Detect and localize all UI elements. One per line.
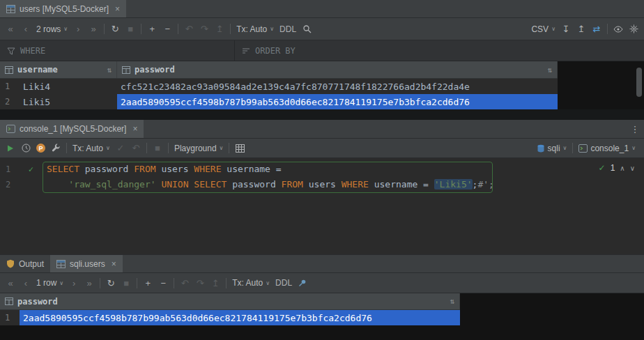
console-icon xyxy=(578,144,588,153)
delete-row-button[interactable]: − xyxy=(158,276,168,290)
add-row-button[interactable]: + xyxy=(143,276,153,290)
database-dropdown[interactable]: sqli ∨ xyxy=(537,144,567,153)
column-header-password[interactable]: password ⇅ xyxy=(117,61,558,78)
last-page-button[interactable]: » xyxy=(84,276,94,290)
line-number: 2 xyxy=(6,180,10,190)
delete-row-button[interactable]: − xyxy=(162,22,172,36)
navigate-down-icon[interactable]: ∨ xyxy=(630,164,635,172)
redo-button[interactable]: ↷ xyxy=(199,22,209,36)
results-tab-bar: Output sqli.users × xyxy=(0,254,644,273)
sort-icon[interactable]: ⇅ xyxy=(547,65,552,75)
toolbar-separator xyxy=(229,143,229,153)
previous-page-button[interactable]: ‹ xyxy=(21,22,31,36)
last-page-button[interactable]: » xyxy=(89,22,98,36)
refresh-button[interactable]: ↻ xyxy=(106,276,116,290)
users-grid: username ⇅ password ⇅ 1 Liki4 cfc521c234… xyxy=(0,61,644,109)
previous-page-button[interactable]: ‹ xyxy=(21,276,31,290)
tx-mode-label: Tx: Auto xyxy=(236,24,267,34)
tab-label: console_1 [MySQL5-Docker] xyxy=(20,124,126,134)
submit-button[interactable]: ↥ xyxy=(210,276,220,290)
line-number-gutter[interactable]: 2 xyxy=(0,177,40,192)
run-button[interactable] xyxy=(6,141,15,155)
close-icon[interactable]: × xyxy=(115,4,120,14)
column-header-username[interactable]: username ⇅ xyxy=(0,61,117,78)
tx-mode-dropdown[interactable]: Tx: Auto ∨ xyxy=(72,144,110,153)
eye-icon[interactable] xyxy=(613,22,623,36)
undo-button[interactable]: ↶ xyxy=(180,276,190,290)
refresh-button[interactable]: ↻ xyxy=(110,22,120,36)
chevron-down-icon: ∨ xyxy=(563,145,567,151)
cell-password-selected[interactable]: 2aad5890595ccf4598b787b99ab563d0d66ec821… xyxy=(117,94,558,109)
playground-dropdown[interactable]: Playground ∨ xyxy=(174,144,224,153)
first-page-button[interactable]: « xyxy=(6,276,15,290)
rollback-button[interactable]: ↶ xyxy=(131,141,141,155)
filter-bar: WHERE ORDER BY xyxy=(0,40,644,61)
search-icon[interactable] xyxy=(302,22,312,36)
compare-data-icon[interactable]: ⇄ xyxy=(592,22,601,36)
add-row-button[interactable]: + xyxy=(147,22,157,36)
navigate-up-icon[interactable]: ∧ xyxy=(620,164,624,172)
submit-button[interactable]: ↥ xyxy=(215,22,224,36)
sort-icon[interactable]: ⇅ xyxy=(450,297,454,306)
ddl-button[interactable]: DDL xyxy=(279,22,296,36)
result-navigation: ✓ 1 ∧ ∨ xyxy=(599,163,635,173)
ddl-button[interactable]: DDL xyxy=(275,276,292,290)
first-page-button[interactable]: « xyxy=(6,22,15,36)
commit-button[interactable]: ✓ xyxy=(116,141,125,155)
success-check-icon: ✓ xyxy=(599,163,606,173)
vertical-scrollbar[interactable] xyxy=(636,68,642,97)
tx-mode-label: Tx: Auto xyxy=(232,278,263,288)
gear-icon[interactable] xyxy=(629,22,638,36)
tab-output[interactable]: Output xyxy=(0,255,50,272)
funnel-icon xyxy=(7,47,15,55)
page-size-dropdown[interactable]: 1 row ∨ xyxy=(36,278,63,288)
page-size-dropdown[interactable]: 2 rows ∨ xyxy=(36,24,68,34)
tx-mode-dropdown[interactable]: Tx: Auto ∨ xyxy=(232,278,270,288)
next-page-button[interactable]: › xyxy=(73,22,83,36)
code-line[interactable]: SELECT password FROM users WHERE usernam… xyxy=(40,162,282,177)
tx-mode-dropdown[interactable]: Tx: Auto ∨ xyxy=(236,24,274,34)
toolbar-separator xyxy=(137,278,137,288)
export-data-icon[interactable]: ↧ xyxy=(561,22,571,36)
stop-button[interactable]: ■ xyxy=(121,276,131,290)
history-icon[interactable] xyxy=(21,141,31,155)
cell-username[interactable]: Liki5 xyxy=(20,94,117,109)
column-icon xyxy=(122,66,130,74)
view-as-table-icon[interactable] xyxy=(235,141,245,155)
code-line[interactable]: 'raw_sql_danger' UNION SELECT password F… xyxy=(40,177,494,192)
stop-button[interactable]: ■ xyxy=(153,141,162,155)
export-format-dropdown[interactable]: CSV ∨ xyxy=(531,24,555,34)
cell-username[interactable]: Liki4 xyxy=(20,79,117,94)
sort-icon[interactable]: ⇅ xyxy=(107,65,112,75)
where-filter-field[interactable]: WHERE xyxy=(0,40,234,61)
next-page-button[interactable]: › xyxy=(69,276,79,290)
data-editor-tab-bar: users [MySQL5-Docker] × xyxy=(0,0,644,18)
sql-text xyxy=(47,179,68,190)
toolbar-separator xyxy=(226,278,227,288)
tab-sqli-users[interactable]: sqli.users × xyxy=(50,255,123,272)
order-by-filter-field[interactable]: ORDER BY xyxy=(235,40,302,61)
console-session-dropdown[interactable]: console_1 ∨ xyxy=(578,144,636,153)
parameters-icon[interactable]: P xyxy=(36,144,45,153)
column-header-password[interactable]: password ⇅ xyxy=(0,293,460,309)
line-number-gutter[interactable]: 1 ✓ xyxy=(0,162,40,177)
redo-button[interactable]: ↷ xyxy=(195,276,205,290)
tab-users-table[interactable]: users [MySQL5-Docker] × xyxy=(0,0,126,17)
tab-console-1[interactable]: console_1 [MySQL5-Docker] × xyxy=(0,120,144,138)
close-icon[interactable]: × xyxy=(132,124,137,134)
pin-icon[interactable] xyxy=(298,276,307,290)
undo-button[interactable]: ↶ xyxy=(184,22,194,36)
wrench-icon[interactable] xyxy=(51,141,61,155)
sql-editor[interactable]: 1 ✓ SELECT password FROM users WHERE use… xyxy=(0,158,644,254)
tab-label: users [MySQL5-Docker] xyxy=(20,4,109,14)
more-options-icon[interactable]: ⋮ xyxy=(630,122,640,136)
chevron-down-icon: ∨ xyxy=(270,26,274,32)
stop-button[interactable]: ■ xyxy=(125,22,135,36)
tx-mode-label: Tx: Auto xyxy=(72,144,103,153)
sql-text: username = xyxy=(369,179,434,190)
order-by-label: ORDER BY xyxy=(255,46,296,56)
close-icon[interactable]: × xyxy=(112,259,116,269)
cell-password[interactable]: cfc521c23482ac93a09584ad2e139c4a7fc87077… xyxy=(117,79,558,94)
cell-password-selected[interactable]: 2aad5890595ccf4598b787b99ab563d0d66ec821… xyxy=(20,310,460,325)
import-data-icon[interactable]: ↥ xyxy=(576,22,586,36)
